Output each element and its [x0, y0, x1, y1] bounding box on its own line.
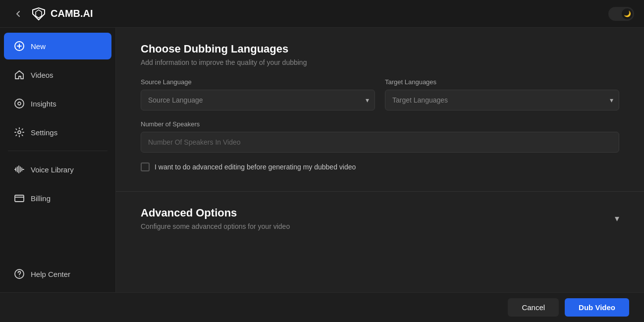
settings-icon: [14, 127, 25, 138]
sidebar-item-voice-library-label: Voice Library: [31, 165, 74, 174]
logo-area: CAMB.AI: [10, 6, 93, 22]
advanced-options-chevron-icon: ▾: [615, 213, 619, 224]
target-languages-label: Target Languages: [385, 78, 619, 86]
sidebar-item-new[interactable]: New: [4, 33, 111, 59]
source-language-group: Source Language Source Language English …: [141, 78, 375, 110]
sidebar-item-insights-label: Insights: [31, 100, 56, 108]
main-layout: New Videos Insights: [0, 28, 644, 292]
theme-toggle[interactable]: 🌙: [608, 7, 634, 21]
advanced-editing-checkbox[interactable]: [141, 162, 150, 171]
svg-point-6: [19, 276, 20, 277]
advanced-editing-label[interactable]: I want to do advanced editing before gen…: [155, 163, 356, 171]
svg-point-3: [18, 131, 21, 134]
sidebar-item-billing[interactable]: Billing: [4, 185, 111, 212]
source-language-wrapper: Source Language English Spanish French G…: [141, 90, 375, 110]
sidebar-bottom: Help Center: [0, 260, 115, 288]
topbar: CAMB.AI 🌙: [0, 0, 644, 28]
back-button[interactable]: [10, 7, 27, 20]
sidebar-item-billing-label: Billing: [31, 194, 51, 203]
content-area: Choose Dubbing Languages Add information…: [116, 28, 644, 292]
sidebar-item-new-label: New: [31, 42, 46, 51]
cancel-button[interactable]: Cancel: [508, 298, 559, 317]
sidebar-item-help-center-label: Help Center: [31, 270, 70, 278]
advanced-options-subtitle: Configure some advanced options for your…: [141, 222, 290, 230]
sidebar-item-voice-library[interactable]: Voice Library: [4, 156, 111, 183]
dubbing-languages-section: Choose Dubbing Languages Add information…: [116, 28, 644, 192]
home-icon: [14, 69, 25, 80]
sidebar-item-help-center[interactable]: Help Center: [4, 261, 111, 287]
sidebar-item-settings-label: Settings: [31, 128, 57, 137]
camb-logo-icon: [31, 6, 47, 22]
dubbing-section-title: Choose Dubbing Languages: [141, 43, 619, 55]
sidebar-item-settings[interactable]: Settings: [4, 119, 111, 146]
billing-icon: [14, 193, 25, 204]
help-icon: [14, 268, 25, 279]
target-languages-wrapper: Target Languages English Spanish French …: [385, 90, 619, 110]
svg-point-1: [15, 99, 24, 108]
language-row: Source Language Source Language English …: [141, 78, 619, 110]
dubbing-section-subtitle: Add information to improve the quality o…: [141, 58, 619, 66]
dub-video-button[interactable]: Dub Video: [565, 298, 629, 317]
advanced-options-section: Advanced Options Configure some advanced…: [116, 192, 644, 245]
source-language-label: Source Language: [141, 78, 375, 86]
app-name: CAMB.AI: [51, 8, 93, 19]
advanced-options-title: Advanced Options: [141, 207, 290, 219]
advanced-editing-row: I want to do advanced editing before gen…: [141, 162, 619, 171]
toggle-knob: 🌙: [622, 8, 633, 19]
advanced-options-text: Advanced Options Configure some advanced…: [141, 207, 290, 230]
speakers-input[interactable]: [141, 132, 619, 153]
waveform-icon: [14, 164, 25, 175]
sidebar-item-insights[interactable]: Insights: [4, 90, 111, 117]
advanced-options-header[interactable]: Advanced Options Configure some advanced…: [141, 207, 619, 230]
speakers-label: Number of Speakers: [141, 120, 619, 128]
footer: Cancel Dub Video: [0, 292, 644, 322]
moon-icon: 🌙: [624, 10, 631, 17]
sidebar-divider: [8, 151, 107, 151]
target-languages-select[interactable]: Target Languages English Spanish French …: [385, 90, 619, 110]
plus-circle-icon: [14, 41, 25, 52]
insights-icon: [14, 98, 25, 109]
sidebar-item-videos[interactable]: Videos: [4, 61, 111, 88]
svg-point-2: [18, 102, 21, 105]
sidebar: New Videos Insights: [0, 28, 116, 292]
svg-rect-4: [15, 195, 24, 202]
source-language-select[interactable]: Source Language English Spanish French G…: [141, 90, 375, 110]
target-languages-group: Target Languages Target Languages Englis…: [385, 78, 619, 110]
speakers-group: Number of Speakers: [141, 120, 619, 153]
sidebar-item-videos-label: Videos: [31, 71, 54, 79]
